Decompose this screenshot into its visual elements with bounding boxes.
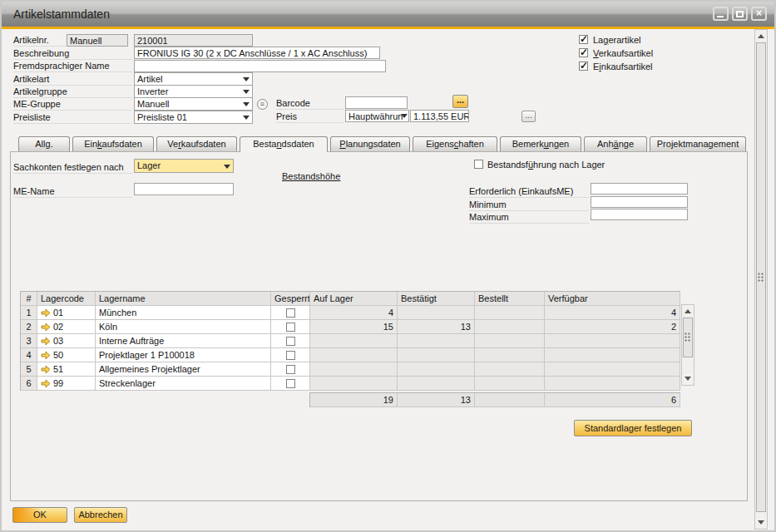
scroll-down-icon[interactable] [683,373,693,384]
link-arrow-icon[interactable] [41,308,51,318]
link-arrow-icon[interactable] [41,379,51,388]
uom-group-icon[interactable]: ≡ [257,99,268,110]
gesperrt-checkbox[interactable] [286,351,295,360]
chevron-down-icon [243,77,250,81]
lagername-cell[interactable]: Interne Aufträge [96,334,271,348]
col-header-verfuegbar[interactable]: Verfügbar [545,292,680,306]
table-scrollbar[interactable] [681,304,694,386]
lagername-cell[interactable]: München [96,306,271,320]
scroll-down-icon[interactable] [756,517,766,528]
col-header-bestaetigt[interactable]: Bestätigt [398,292,475,306]
bestaetigt-cell [398,362,475,377]
verkaufsartikel-checkbox[interactable] [579,48,588,57]
auf-lager-cell [310,377,398,391]
tab-planungsdaten[interactable]: Planungsdaten [330,136,410,151]
artikelart-label: Artikelart [13,74,132,86]
gesperrt-cell [271,306,310,320]
total-verfuegbar: 6 [545,393,680,407]
artikelart-dropdown[interactable]: Artikel [134,72,253,86]
bestaetigt-cell: 13 [398,320,475,334]
lagercode-cell[interactable]: 02 [37,320,96,334]
lagercode-cell[interactable]: 01 [37,306,96,320]
lagerartikel-checkbox[interactable] [579,35,588,44]
gesperrt-checkbox[interactable] [286,337,295,346]
abbrechen-button[interactable]: Abbrechen [74,507,127,523]
col-header-num[interactable]: # [21,292,37,306]
barcode-browse-button[interactable]: ... [452,95,468,108]
row-number: 6 [21,377,37,391]
lagercode-cell[interactable]: 50 [37,348,96,362]
lagername-cell[interactable]: Allgemeines Projektlager [96,362,271,377]
gesperrt-checkbox[interactable] [286,365,295,374]
link-arrow-icon[interactable] [41,323,51,332]
close-icon[interactable]: × [751,7,767,21]
lagercode-cell[interactable]: 51 [37,362,96,377]
table-totals-row: 19 13 6 [309,392,680,407]
maximize-icon[interactable] [732,7,748,21]
bestandsfuehrung-checkbox[interactable] [474,160,483,169]
preis-currency-dropdown[interactable]: Hauptwährun [345,110,409,122]
lagername-cell[interactable]: Projektlager 1 P100018 [96,348,271,362]
tab-bestandsdaten[interactable]: Bestandsdaten [240,136,328,152]
col-header-lagername[interactable]: Lagername [96,292,271,306]
minimize-icon[interactable] [713,7,729,21]
bestellt-cell [475,377,545,391]
window-scrollbar-thumb[interactable] [756,42,766,512]
artikelnr-value-field[interactable]: 210001 [134,34,253,47]
tab-allg[interactable]: Allg. [18,136,70,151]
link-arrow-icon[interactable] [41,337,51,346]
ok-button[interactable]: OK [12,507,67,523]
lagername-cell[interactable]: Köln [96,320,271,334]
erforderlich-field[interactable] [591,183,688,195]
tab-verkaufsdaten[interactable]: Verkaufsdaten [156,136,237,151]
preisliste-label: Preisliste [13,112,132,124]
title-bar[interactable]: Artikelstammdaten × [2,2,774,27]
beschreibung-field[interactable]: FRONIUS IG 30 (2 x DC Anschlüsse / 1 x A… [134,47,380,59]
tab-projektmanagement[interactable]: Projektmanagement [650,136,746,151]
erforderlich-label: Erforderlich (EinkaufsME) [469,186,589,198]
sachkonten-dropdown[interactable]: Lager [134,159,234,173]
table-scrollbar-thumb[interactable] [683,318,693,357]
bestandsfuehrung-label: Bestandsführung nach Lager [487,160,605,170]
tab-bemerkungen[interactable]: Bemerkungen [500,136,581,151]
total-bestaetigt: 13 [398,393,475,407]
fremdsprachiger-name-field[interactable] [134,60,386,72]
col-header-bestellt[interactable]: Bestellt [475,292,545,306]
verfuegbar-cell: 4 [545,306,680,320]
artikelgruppe-dropdown[interactable]: Inverter [134,85,253,98]
lagercode-cell[interactable]: 99 [37,377,96,391]
lagername-cell[interactable]: Streckenlager [96,377,271,391]
preisliste-dropdown[interactable]: Preisliste 01 [134,111,253,124]
barcode-field[interactable] [345,96,408,109]
tab-eigenschaften[interactable]: Eigenschaften [413,136,497,151]
row-number: 1 [21,306,37,320]
einkaufsartikel-checkbox[interactable] [579,62,588,71]
me-name-label: ME-Name [13,186,132,198]
artikelnr-type-field[interactable]: Manuell [67,34,128,47]
scroll-up-icon[interactable] [683,306,693,317]
minimum-field[interactable] [591,196,688,208]
standardlager-festlegen-button[interactable]: Standardlager festlegen [574,420,692,436]
link-arrow-icon[interactable] [41,365,51,374]
chevron-down-icon [243,90,250,94]
tab-einkaufsdaten[interactable]: Einkaufsdaten [72,136,154,151]
scroll-up-icon[interactable] [756,31,766,42]
bestellt-cell [475,362,545,377]
auf-lager-cell [310,348,398,362]
gesperrt-checkbox[interactable] [286,308,295,318]
me-gruppe-dropdown[interactable]: Manuell [134,97,253,111]
gesperrt-checkbox[interactable] [286,323,295,332]
me-name-field[interactable] [134,183,234,195]
link-arrow-icon[interactable] [41,351,51,360]
lagercode-cell[interactable]: 03 [37,334,96,348]
preis-browse-button[interactable]: ... [521,111,536,122]
window-scrollbar[interactable] [754,29,768,530]
col-header-lagercode[interactable]: Lagercode [37,292,96,306]
gesperrt-checkbox[interactable] [286,379,295,388]
col-header-auflager[interactable]: Auf Lager [310,292,398,306]
tab-anhaenge[interactable]: Anhänge [584,136,647,151]
maximum-field[interactable] [591,209,688,220]
verfuegbar-cell [545,362,680,377]
col-header-gesperrt[interactable]: Gesperrt [271,292,310,306]
preis-value-field[interactable]: 1.113,55 EUR [410,110,469,122]
